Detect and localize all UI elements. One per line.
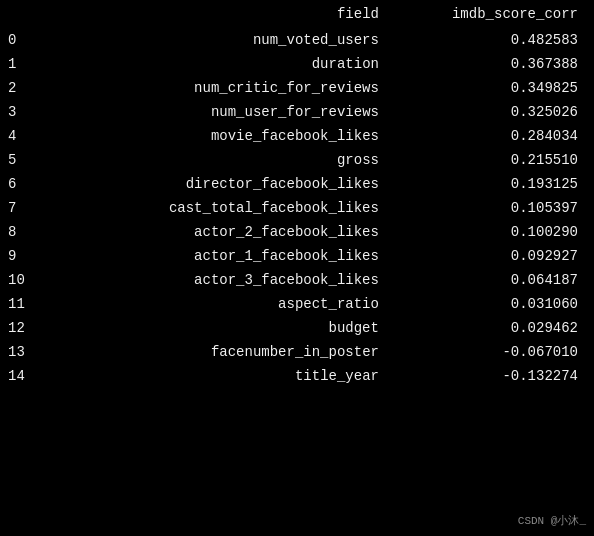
- table-row: 11aspect_ratio0.031060: [0, 292, 594, 316]
- cell-index: 7: [0, 196, 50, 220]
- cell-index: 13: [0, 340, 50, 364]
- cell-value: 0.092927: [395, 244, 594, 268]
- table-row: 14title_year-0.132274: [0, 364, 594, 388]
- cell-field: actor_2_facebook_likes: [50, 220, 395, 244]
- cell-index: 5: [0, 148, 50, 172]
- cell-value: 0.064187: [395, 268, 594, 292]
- table-row: 5gross0.215510: [0, 148, 594, 172]
- cell-value: 0.031060: [395, 292, 594, 316]
- cell-field: num_critic_for_reviews: [50, 76, 395, 100]
- cell-index: 12: [0, 316, 50, 340]
- cell-field: budget: [50, 316, 395, 340]
- cell-value: 0.284034: [395, 124, 594, 148]
- table-row: 1duration0.367388: [0, 52, 594, 76]
- cell-value: 0.482583: [395, 28, 594, 52]
- table-row: 6director_facebook_likes0.193125: [0, 172, 594, 196]
- header-index: [0, 0, 50, 28]
- cell-index: 11: [0, 292, 50, 316]
- cell-field: title_year: [50, 364, 395, 388]
- cell-value: 0.325026: [395, 100, 594, 124]
- table-row: 3num_user_for_reviews0.325026: [0, 100, 594, 124]
- cell-value: 0.029462: [395, 316, 594, 340]
- table-row: 13facenumber_in_poster-0.067010: [0, 340, 594, 364]
- cell-value: -0.132274: [395, 364, 594, 388]
- cell-field: num_voted_users: [50, 28, 395, 52]
- cell-field: actor_3_facebook_likes: [50, 268, 395, 292]
- cell-field: num_user_for_reviews: [50, 100, 395, 124]
- cell-field: director_facebook_likes: [50, 172, 395, 196]
- cell-value: 0.105397: [395, 196, 594, 220]
- cell-index: 4: [0, 124, 50, 148]
- table-row: 12budget0.029462: [0, 316, 594, 340]
- cell-index: 0: [0, 28, 50, 52]
- table-row: 7cast_total_facebook_likes0.105397: [0, 196, 594, 220]
- cell-value: 0.349825: [395, 76, 594, 100]
- cell-index: 6: [0, 172, 50, 196]
- cell-field: facenumber_in_poster: [50, 340, 395, 364]
- cell-index: 3: [0, 100, 50, 124]
- table-header-row: field imdb_score_corr: [0, 0, 594, 28]
- cell-field: aspect_ratio: [50, 292, 395, 316]
- table-row: 8actor_2_facebook_likes0.100290: [0, 220, 594, 244]
- header-field: field: [50, 0, 395, 28]
- cell-field: cast_total_facebook_likes: [50, 196, 395, 220]
- table-row: 4movie_facebook_likes0.284034: [0, 124, 594, 148]
- header-value: imdb_score_corr: [395, 0, 594, 28]
- cell-index: 14: [0, 364, 50, 388]
- cell-field: movie_facebook_likes: [50, 124, 395, 148]
- cell-value: -0.067010: [395, 340, 594, 364]
- table-row: 10actor_3_facebook_likes0.064187: [0, 268, 594, 292]
- cell-index: 10: [0, 268, 50, 292]
- cell-field: actor_1_facebook_likes: [50, 244, 395, 268]
- cell-value: 0.100290: [395, 220, 594, 244]
- cell-value: 0.367388: [395, 52, 594, 76]
- cell-index: 2: [0, 76, 50, 100]
- table-row: 2num_critic_for_reviews0.349825: [0, 76, 594, 100]
- cell-index: 9: [0, 244, 50, 268]
- cell-field: duration: [50, 52, 395, 76]
- cell-index: 8: [0, 220, 50, 244]
- cell-field: gross: [50, 148, 395, 172]
- data-table: field imdb_score_corr 0num_voted_users0.…: [0, 0, 594, 388]
- table-row: 0num_voted_users0.482583: [0, 28, 594, 52]
- watermark: CSDN @小沐_: [518, 513, 586, 528]
- table-row: 9actor_1_facebook_likes0.092927: [0, 244, 594, 268]
- cell-value: 0.193125: [395, 172, 594, 196]
- cell-value: 0.215510: [395, 148, 594, 172]
- cell-index: 1: [0, 52, 50, 76]
